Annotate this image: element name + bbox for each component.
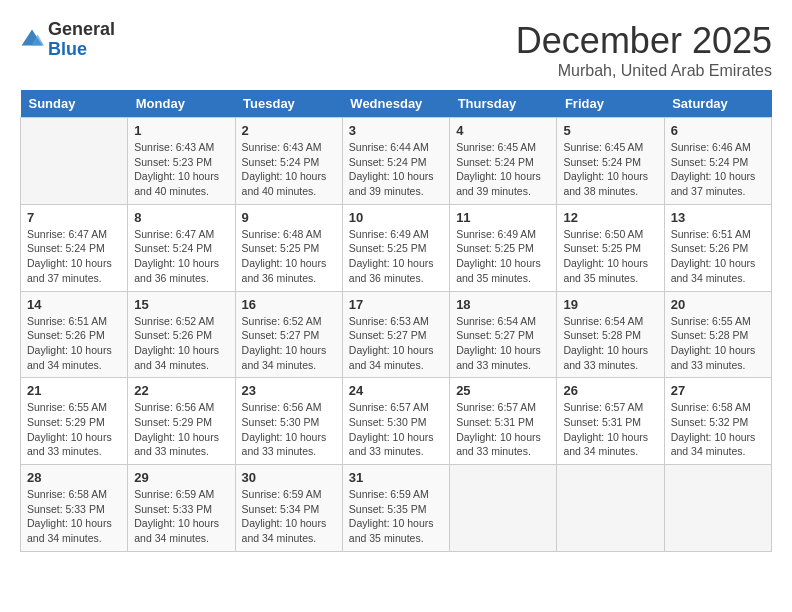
day-cell: 23Sunrise: 6:56 AM Sunset: 5:30 PM Dayli…	[235, 378, 342, 465]
day-number: 12	[563, 210, 657, 225]
day-cell: 20Sunrise: 6:55 AM Sunset: 5:28 PM Dayli…	[664, 291, 771, 378]
logo-blue: Blue	[48, 39, 87, 59]
day-number: 26	[563, 383, 657, 398]
day-number: 1	[134, 123, 228, 138]
day-number: 22	[134, 383, 228, 398]
calendar-table: SundayMondayTuesdayWednesdayThursdayFrid…	[20, 90, 772, 552]
day-info: Sunrise: 6:56 AM Sunset: 5:29 PM Dayligh…	[134, 400, 228, 459]
day-cell: 27Sunrise: 6:58 AM Sunset: 5:32 PM Dayli…	[664, 378, 771, 465]
day-number: 10	[349, 210, 443, 225]
day-cell: 4Sunrise: 6:45 AM Sunset: 5:24 PM Daylig…	[450, 118, 557, 205]
day-cell: 31Sunrise: 6:59 AM Sunset: 5:35 PM Dayli…	[342, 465, 449, 552]
day-number: 19	[563, 297, 657, 312]
day-info: Sunrise: 6:47 AM Sunset: 5:24 PM Dayligh…	[27, 227, 121, 286]
day-number: 11	[456, 210, 550, 225]
header-row: SundayMondayTuesdayWednesdayThursdayFrid…	[21, 90, 772, 118]
day-info: Sunrise: 6:43 AM Sunset: 5:23 PM Dayligh…	[134, 140, 228, 199]
logo-general: General	[48, 19, 115, 39]
day-info: Sunrise: 6:47 AM Sunset: 5:24 PM Dayligh…	[134, 227, 228, 286]
week-row-2: 7Sunrise: 6:47 AM Sunset: 5:24 PM Daylig…	[21, 204, 772, 291]
day-info: Sunrise: 6:51 AM Sunset: 5:26 PM Dayligh…	[671, 227, 765, 286]
column-header-tuesday: Tuesday	[235, 90, 342, 118]
day-info: Sunrise: 6:57 AM Sunset: 5:30 PM Dayligh…	[349, 400, 443, 459]
day-info: Sunrise: 6:52 AM Sunset: 5:27 PM Dayligh…	[242, 314, 336, 373]
day-info: Sunrise: 6:59 AM Sunset: 5:35 PM Dayligh…	[349, 487, 443, 546]
day-number: 16	[242, 297, 336, 312]
day-cell: 12Sunrise: 6:50 AM Sunset: 5:25 PM Dayli…	[557, 204, 664, 291]
day-cell: 7Sunrise: 6:47 AM Sunset: 5:24 PM Daylig…	[21, 204, 128, 291]
day-info: Sunrise: 6:49 AM Sunset: 5:25 PM Dayligh…	[349, 227, 443, 286]
day-info: Sunrise: 6:54 AM Sunset: 5:27 PM Dayligh…	[456, 314, 550, 373]
day-cell: 17Sunrise: 6:53 AM Sunset: 5:27 PM Dayli…	[342, 291, 449, 378]
day-info: Sunrise: 6:57 AM Sunset: 5:31 PM Dayligh…	[456, 400, 550, 459]
week-row-3: 14Sunrise: 6:51 AM Sunset: 5:26 PM Dayli…	[21, 291, 772, 378]
day-number: 30	[242, 470, 336, 485]
day-cell: 19Sunrise: 6:54 AM Sunset: 5:28 PM Dayli…	[557, 291, 664, 378]
day-info: Sunrise: 6:55 AM Sunset: 5:29 PM Dayligh…	[27, 400, 121, 459]
week-row-4: 21Sunrise: 6:55 AM Sunset: 5:29 PM Dayli…	[21, 378, 772, 465]
day-number: 6	[671, 123, 765, 138]
day-info: Sunrise: 6:49 AM Sunset: 5:25 PM Dayligh…	[456, 227, 550, 286]
week-row-1: 1Sunrise: 6:43 AM Sunset: 5:23 PM Daylig…	[21, 118, 772, 205]
day-info: Sunrise: 6:55 AM Sunset: 5:28 PM Dayligh…	[671, 314, 765, 373]
day-cell: 18Sunrise: 6:54 AM Sunset: 5:27 PM Dayli…	[450, 291, 557, 378]
day-number: 24	[349, 383, 443, 398]
day-cell: 6Sunrise: 6:46 AM Sunset: 5:24 PM Daylig…	[664, 118, 771, 205]
day-cell: 11Sunrise: 6:49 AM Sunset: 5:25 PM Dayli…	[450, 204, 557, 291]
day-number: 7	[27, 210, 121, 225]
column-header-saturday: Saturday	[664, 90, 771, 118]
logo: General Blue	[20, 20, 115, 60]
day-cell	[557, 465, 664, 552]
day-number: 31	[349, 470, 443, 485]
day-cell: 24Sunrise: 6:57 AM Sunset: 5:30 PM Dayli…	[342, 378, 449, 465]
day-info: Sunrise: 6:44 AM Sunset: 5:24 PM Dayligh…	[349, 140, 443, 199]
day-info: Sunrise: 6:54 AM Sunset: 5:28 PM Dayligh…	[563, 314, 657, 373]
day-cell: 25Sunrise: 6:57 AM Sunset: 5:31 PM Dayli…	[450, 378, 557, 465]
location: Murbah, United Arab Emirates	[516, 62, 772, 80]
day-cell: 28Sunrise: 6:58 AM Sunset: 5:33 PM Dayli…	[21, 465, 128, 552]
day-info: Sunrise: 6:50 AM Sunset: 5:25 PM Dayligh…	[563, 227, 657, 286]
day-cell: 16Sunrise: 6:52 AM Sunset: 5:27 PM Dayli…	[235, 291, 342, 378]
day-info: Sunrise: 6:59 AM Sunset: 5:34 PM Dayligh…	[242, 487, 336, 546]
title-area: December 2025 Murbah, United Arab Emirat…	[516, 20, 772, 80]
logo-icon	[20, 28, 44, 52]
day-cell: 5Sunrise: 6:45 AM Sunset: 5:24 PM Daylig…	[557, 118, 664, 205]
day-info: Sunrise: 6:53 AM Sunset: 5:27 PM Dayligh…	[349, 314, 443, 373]
day-number: 23	[242, 383, 336, 398]
column-header-friday: Friday	[557, 90, 664, 118]
day-cell	[664, 465, 771, 552]
week-row-5: 28Sunrise: 6:58 AM Sunset: 5:33 PM Dayli…	[21, 465, 772, 552]
day-number: 21	[27, 383, 121, 398]
day-cell: 21Sunrise: 6:55 AM Sunset: 5:29 PM Dayli…	[21, 378, 128, 465]
day-cell: 3Sunrise: 6:44 AM Sunset: 5:24 PM Daylig…	[342, 118, 449, 205]
day-number: 17	[349, 297, 443, 312]
column-header-wednesday: Wednesday	[342, 90, 449, 118]
day-cell: 26Sunrise: 6:57 AM Sunset: 5:31 PM Dayli…	[557, 378, 664, 465]
day-info: Sunrise: 6:45 AM Sunset: 5:24 PM Dayligh…	[456, 140, 550, 199]
column-header-monday: Monday	[128, 90, 235, 118]
day-info: Sunrise: 6:58 AM Sunset: 5:32 PM Dayligh…	[671, 400, 765, 459]
day-number: 20	[671, 297, 765, 312]
day-cell: 29Sunrise: 6:59 AM Sunset: 5:33 PM Dayli…	[128, 465, 235, 552]
day-number: 13	[671, 210, 765, 225]
day-cell: 30Sunrise: 6:59 AM Sunset: 5:34 PM Dayli…	[235, 465, 342, 552]
day-info: Sunrise: 6:48 AM Sunset: 5:25 PM Dayligh…	[242, 227, 336, 286]
day-info: Sunrise: 6:59 AM Sunset: 5:33 PM Dayligh…	[134, 487, 228, 546]
day-number: 27	[671, 383, 765, 398]
day-number: 2	[242, 123, 336, 138]
day-number: 29	[134, 470, 228, 485]
day-number: 5	[563, 123, 657, 138]
day-info: Sunrise: 6:57 AM Sunset: 5:31 PM Dayligh…	[563, 400, 657, 459]
day-number: 28	[27, 470, 121, 485]
day-cell: 8Sunrise: 6:47 AM Sunset: 5:24 PM Daylig…	[128, 204, 235, 291]
day-cell: 9Sunrise: 6:48 AM Sunset: 5:25 PM Daylig…	[235, 204, 342, 291]
day-info: Sunrise: 6:52 AM Sunset: 5:26 PM Dayligh…	[134, 314, 228, 373]
day-number: 3	[349, 123, 443, 138]
day-number: 14	[27, 297, 121, 312]
day-cell: 15Sunrise: 6:52 AM Sunset: 5:26 PM Dayli…	[128, 291, 235, 378]
day-number: 4	[456, 123, 550, 138]
day-info: Sunrise: 6:51 AM Sunset: 5:26 PM Dayligh…	[27, 314, 121, 373]
day-number: 9	[242, 210, 336, 225]
day-number: 8	[134, 210, 228, 225]
day-number: 25	[456, 383, 550, 398]
